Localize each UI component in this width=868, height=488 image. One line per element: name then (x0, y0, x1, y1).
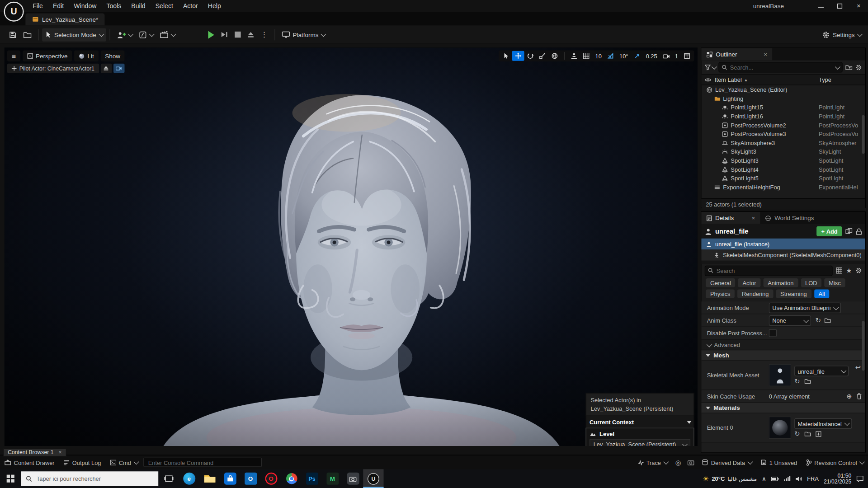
materials-section-header[interactable]: Materials (701, 403, 865, 413)
filter-actor[interactable]: Actor (738, 278, 761, 287)
close-button[interactable]: × (849, 0, 868, 12)
move-tool-button[interactable] (512, 51, 524, 61)
outliner-row[interactable]: PostProcessVolume3 PostProcessVo (701, 130, 865, 139)
add-actor-dropdown[interactable] (113, 28, 136, 41)
viewport-options-button[interactable]: ≡ (7, 50, 20, 61)
scale-tool-button[interactable] (537, 51, 549, 61)
taskbar-app-photoshop[interactable]: Ps (302, 469, 322, 488)
tab-outliner[interactable]: Outliner × (701, 48, 772, 61)
surface-snap-button[interactable] (568, 51, 580, 61)
use-selected-icon[interactable]: ↻ (816, 317, 821, 324)
taskbar-app-opera[interactable]: O (261, 469, 281, 488)
reset-to-default-icon[interactable]: ↩ (855, 364, 861, 371)
trace-dropdown[interactable]: Trace (637, 459, 668, 466)
rotation-snap-button[interactable] (604, 51, 617, 61)
cinematics-dropdown[interactable] (156, 28, 178, 41)
console-command-input[interactable] (147, 458, 258, 466)
filter-animation[interactable]: Animation (763, 278, 798, 287)
console-command-box[interactable] (143, 458, 262, 467)
browse-icon[interactable] (804, 379, 811, 384)
add-component-button[interactable]: + Add (817, 226, 842, 236)
filter-all[interactable]: All (814, 289, 830, 298)
outliner-row[interactable]: ExponentialHeightFog ExponentialHei (701, 183, 865, 192)
filter-general[interactable]: General (706, 278, 735, 287)
outliner-scrollbar[interactable] (862, 115, 865, 154)
taskbar-app-chrome[interactable] (281, 469, 302, 488)
menu-edit[interactable]: Edit (48, 0, 69, 12)
maximize-viewport-button[interactable] (681, 51, 693, 61)
taskbar-app-m[interactable]: M (322, 469, 343, 488)
lock-icon[interactable] (856, 228, 862, 235)
instance-toggle-icon[interactable] (845, 228, 853, 235)
skeletal-mesh-thumbnail[interactable] (769, 364, 791, 386)
column-item-label[interactable]: Item Label ▲ (715, 76, 748, 83)
browse-content-button[interactable] (20, 28, 35, 41)
hidden-icons-button[interactable]: ∧ (762, 475, 766, 482)
mesh-section-header[interactable]: Mesh (701, 350, 865, 361)
pilot-actor-label[interactable]: Pilot Actor: CineCameraActor1 (7, 64, 99, 73)
advanced-section[interactable]: Advanced (701, 340, 865, 350)
browse-icon[interactable] (824, 318, 831, 323)
visibility-column-icon[interactable] (701, 77, 714, 82)
use-selected-icon[interactable]: ↻ (794, 378, 800, 385)
scale-snap-button[interactable]: ↗ (631, 51, 643, 61)
save-button[interactable] (5, 28, 20, 41)
settings-dropdown[interactable]: Settings (819, 28, 864, 41)
camera-speed-button[interactable] (660, 51, 672, 61)
menu-build[interactable]: Build (126, 0, 150, 12)
outliner-row[interactable]: SpotLight3 SpotLight (701, 156, 865, 165)
rotation-snap-value[interactable]: 10° (617, 52, 631, 59)
menu-file[interactable]: File (28, 0, 48, 12)
material-thumbnail[interactable] (769, 417, 791, 439)
selection-mode-dropdown[interactable]: Selection Mode (42, 28, 106, 41)
favorites-icon[interactable]: ★ (846, 267, 852, 274)
outliner-row[interactable]: PointLight15 PointLight (701, 103, 865, 112)
taskbar-app-file-explorer[interactable] (199, 469, 220, 488)
outliner-row[interactable]: PostProcessVolume2 PostProcessVo (701, 121, 865, 130)
tab-level[interactable]: Lev_Yazkua_Scene* (25, 13, 105, 25)
cmd-dropdown[interactable]: Cmd (110, 459, 137, 466)
filter-misc[interactable]: Misc (824, 278, 845, 287)
menu-help[interactable]: Help (203, 0, 226, 12)
details-scrollbar[interactable] (862, 321, 865, 371)
volume-icon[interactable] (796, 475, 802, 481)
revision-control-button[interactable]: Revision Control (806, 459, 863, 466)
taskbar-search-input[interactable] (35, 475, 153, 483)
unreal-logo-icon[interactable]: U (4, 2, 24, 22)
taskbar-app-edge[interactable]: e (179, 469, 199, 488)
clock-widget[interactable]: 01:50 21/02/2025 (824, 473, 851, 485)
close-icon[interactable]: × (59, 449, 62, 455)
filter-physics[interactable]: Physics (706, 289, 735, 298)
outliner-row-folder[interactable]: Lighting (701, 94, 865, 103)
platforms-dropdown[interactable]: Platforms (278, 28, 329, 41)
menu-tools[interactable]: Tools (101, 0, 126, 12)
grid-snap-value[interactable]: 10 (592, 52, 604, 59)
language-indicator[interactable]: FRA (807, 475, 819, 482)
select-tool-button[interactable] (500, 51, 512, 61)
screenshot-icon[interactable] (688, 460, 694, 465)
add-element-icon[interactable]: ⊕ (846, 393, 852, 399)
weather-widget[interactable]: ☀ 20°C مشمس غالبا (703, 474, 757, 483)
browse-icon[interactable] (804, 431, 811, 436)
outliner-settings-button[interactable] (855, 64, 862, 70)
menu-window[interactable]: Window (69, 0, 101, 12)
battery-icon[interactable] (771, 476, 779, 481)
play-button[interactable] (205, 28, 217, 41)
skeletal-mesh-dropdown[interactable]: unreal_file (794, 366, 849, 376)
close-outliner-button[interactable]: × (764, 51, 767, 58)
outliner-search-box[interactable] (718, 62, 842, 72)
taskbar-app-unreal[interactable]: U (363, 469, 383, 488)
task-view-button[interactable] (158, 469, 179, 488)
filter-streaming[interactable]: Streaming (776, 289, 811, 298)
frame-skip-button[interactable] (217, 28, 231, 41)
rotate-tool-button[interactable] (524, 51, 537, 61)
restore-button[interactable] (830, 0, 849, 12)
outliner-row-level[interactable]: Lev_Yazkua_Scene (Editor) (701, 85, 865, 94)
show-dropdown[interactable]: Show (100, 50, 124, 61)
outliner-row[interactable]: SkyLight3 SkyLight (701, 147, 865, 156)
column-type[interactable]: Type (819, 76, 831, 83)
pilot-camera-toggle[interactable] (113, 64, 124, 73)
animation-mode-dropdown[interactable]: Use Animation Blueprint (769, 302, 841, 313)
outliner-filter-button[interactable] (705, 64, 716, 70)
eject-pilot-button[interactable] (100, 64, 111, 73)
